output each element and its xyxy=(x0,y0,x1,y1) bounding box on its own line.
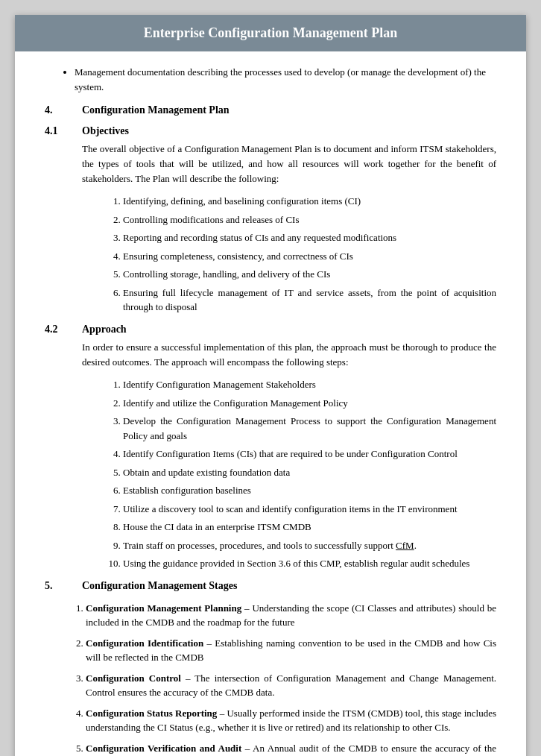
list-item: Configuration Control – The intersection… xyxy=(86,671,496,700)
list-item: Train staff on processes, procedures, an… xyxy=(123,538,496,553)
bold-label: Configuration Identification xyxy=(86,637,203,649)
section42-title: Approach xyxy=(82,324,127,336)
section41-list: Identifying, defining, and baselining co… xyxy=(123,194,496,315)
list-item: Configuration Verification and Audit – A… xyxy=(86,741,496,756)
list-item: Ensuring completeness, consistency, and … xyxy=(123,249,496,264)
section5-num: 5. xyxy=(45,580,82,592)
list-item: House the CI data in an enterprise ITSM … xyxy=(123,520,496,535)
section42-paragraph: In order to ensure a successful implemen… xyxy=(82,340,496,370)
document-content: Management documentation describing the … xyxy=(15,65,526,756)
list-item: Configuration Identification – Establish… xyxy=(86,636,496,665)
cfm-underline: CfM xyxy=(396,540,414,551)
bold-label: Configuration Verification and Audit xyxy=(86,743,241,754)
list-item: Configuration Status Reporting – Usually… xyxy=(86,706,496,735)
intro-bullet-list: Management documentation describing the … xyxy=(75,65,496,94)
section42-content: In order to ensure a successful implemen… xyxy=(45,340,496,571)
section41-title: Objectives xyxy=(82,125,129,137)
section41-heading-row: 4.1 Objectives xyxy=(45,125,496,137)
section4-title: Configuration Management Plan xyxy=(82,104,230,116)
list-item: Configuration Management Planning – Unde… xyxy=(86,601,496,630)
list-item: Identify Configuration Items (CIs) that … xyxy=(123,447,496,462)
section42-heading-row: 4.2 Approach xyxy=(45,324,496,336)
section5-heading-row: 5. Configuration Management Stages xyxy=(45,580,496,592)
list-item: Controlling modifications and releases o… xyxy=(123,212,496,227)
list-item: Utilize a discovery tool to scan and ide… xyxy=(123,502,496,517)
bold-label: Configuration Control xyxy=(86,672,181,684)
section41-paragraph: The overall objective of a Configuration… xyxy=(82,142,496,186)
bold-label: Configuration Status Reporting xyxy=(86,708,217,719)
document-page: Enterprise Configuration Management Plan… xyxy=(15,15,526,756)
section41-num: 4.1 xyxy=(45,125,82,137)
intro-bullet-item: Management documentation describing the … xyxy=(75,65,496,94)
list-item: Identify and utilize the Configuration M… xyxy=(123,396,496,411)
section42-num: 4.2 xyxy=(45,324,82,336)
list-item: Reporting and recording status of CIs an… xyxy=(123,230,496,245)
section41-content: The overall objective of a Configuration… xyxy=(45,142,496,315)
section4-num: 4. xyxy=(45,104,82,116)
section4-heading-row: 4. Configuration Management Plan xyxy=(45,104,496,116)
section5-list: Configuration Management Planning – Unde… xyxy=(86,601,496,756)
bold-label: Configuration Management Planning xyxy=(86,602,241,614)
section42-list: Identify Configuration Management Stakeh… xyxy=(123,377,496,571)
title-bar: Enterprise Configuration Management Plan xyxy=(15,15,526,51)
list-item: Obtain and update existing foundation da… xyxy=(123,465,496,480)
list-item: Ensuring full lifecycle management of IT… xyxy=(123,286,496,315)
list-item: Identifying, defining, and baselining co… xyxy=(123,194,496,209)
section5-title: Configuration Management Stages xyxy=(82,580,237,592)
list-item: Identify Configuration Management Stakeh… xyxy=(123,377,496,392)
list-item: Controlling storage, handling, and deliv… xyxy=(123,267,496,282)
list-item: Using the guidance provided in Section 3… xyxy=(123,556,496,571)
list-item: Establish configuration baselines xyxy=(123,483,496,498)
document-title: Enterprise Configuration Management Plan xyxy=(30,25,511,41)
list-item: Develop the Configuration Management Pro… xyxy=(123,414,496,443)
